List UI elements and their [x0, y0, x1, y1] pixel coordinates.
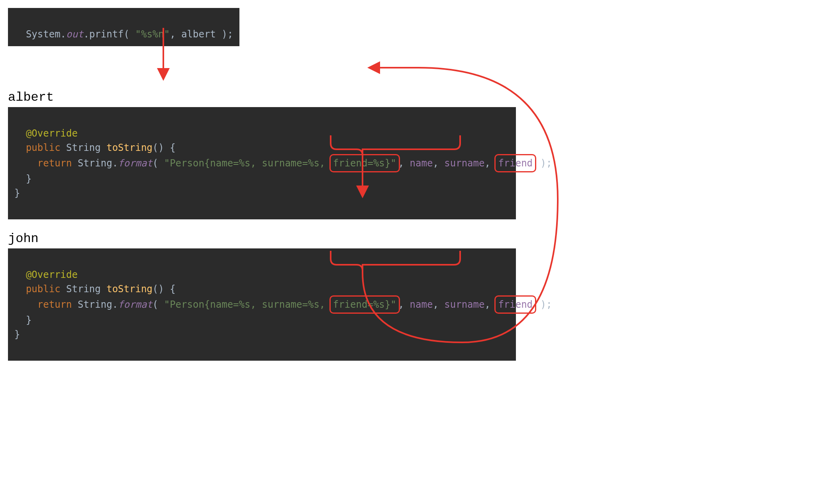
class-string: String [78, 299, 112, 310]
label-albert: albert [8, 90, 831, 105]
highlight-friend-arg: friend [494, 154, 536, 172]
token-dot: . [61, 29, 66, 40]
label-john: john [8, 231, 831, 246]
class-string: String [78, 158, 112, 169]
fmt-prefix: "Person{name=%s, surname=%s, [164, 158, 331, 169]
method-tostring: toString [106, 283, 153, 295]
method-format: format [118, 299, 153, 310]
arg-friend: friend [498, 299, 533, 310]
brace-close-class: } [14, 329, 20, 340]
arg-friend: friend [498, 158, 533, 169]
arg-name: name [410, 299, 433, 310]
close-paren: ); [535, 158, 552, 169]
arg-surname: surname [444, 299, 484, 310]
open-paren: ( [153, 299, 164, 310]
token-out: out [66, 29, 83, 40]
comma: , [433, 299, 444, 310]
brace-close-class: } [14, 188, 20, 199]
token-comma: , [170, 29, 181, 40]
token-close-paren: ); [216, 29, 233, 40]
token-system: System [26, 29, 61, 40]
comma: , [398, 158, 410, 169]
close-paren: ); [535, 299, 552, 310]
arg-surname: surname [444, 158, 484, 169]
highlight-friend-fmt: friend=%s}" [329, 295, 400, 314]
highlight-friend-fmt: friend=%s}" [329, 154, 400, 172]
type-string: String [66, 283, 101, 295]
highlight-friend-arg: friend [494, 295, 536, 314]
annotation-override: @Override [26, 269, 78, 280]
method-format: format [118, 158, 153, 169]
fmt-highlight-text: friend=%s}" [333, 299, 396, 310]
brace-close-method: } [14, 173, 31, 184]
token-dot: . [83, 29, 89, 40]
albert-code-block: @Override public String toString() { ret… [8, 107, 516, 219]
comma: , [433, 158, 444, 169]
kw-public: public [26, 142, 61, 153]
john-code-block: @Override public String toString() { ret… [8, 248, 516, 361]
dot: . [112, 299, 118, 310]
token-printf: printf [89, 29, 124, 40]
sig-rest: () { [153, 142, 176, 153]
method-tostring: toString [106, 142, 153, 153]
fmt-highlight-text: friend=%s}" [333, 158, 396, 169]
token-open-paren: ( [124, 29, 135, 40]
comma: , [398, 299, 410, 310]
kw-return: return [37, 299, 72, 310]
top-printf-block: System.out.printf( "%s%n", albert ); [8, 8, 239, 46]
arg-name: name [410, 158, 433, 169]
kw-public: public [26, 283, 61, 295]
open-paren: ( [153, 158, 164, 169]
sig-rest: () { [153, 283, 176, 295]
kw-return: return [37, 158, 72, 169]
token-arg-albert: albert [181, 29, 216, 40]
annotation-override: @Override [26, 128, 78, 139]
token-format-string: "%s%n" [135, 29, 170, 40]
type-string: String [66, 142, 101, 153]
dot: . [112, 158, 118, 169]
brace-close-method: } [14, 315, 31, 326]
fmt-prefix: "Person{name=%s, surname=%s, [164, 299, 331, 310]
